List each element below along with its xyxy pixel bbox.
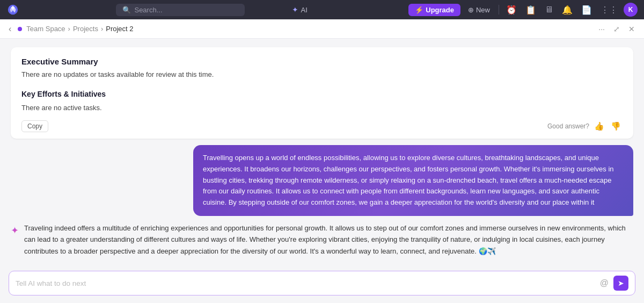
plus-circle-icon: ⊕ (468, 6, 474, 14)
search-box[interactable]: 🔍 Search... (116, 4, 245, 16)
breadcrumb-projects: Projects (73, 25, 98, 33)
new-button[interactable]: ⊕ New (464, 4, 494, 16)
executive-summary-text: There are no updates or tasks available … (21, 69, 623, 80)
breadcrumb-sep2: › (101, 25, 103, 33)
grid-icon-button[interactable]: ⋮⋮ (598, 3, 620, 17)
topbar-search-area: 🔍 Search... ✦ AI (24, 3, 404, 16)
breadcrumb-sep1: › (68, 25, 70, 33)
ai-button[interactable]: ✦ AI (288, 3, 311, 16)
ai-response-block: Executive Summary There are no updates o… (11, 47, 633, 139)
app-logo[interactable] (6, 3, 19, 16)
at-icon-button[interactable]: @ (598, 277, 610, 289)
input-wrap: @ ➤ (9, 271, 635, 295)
search-icon: 🔍 (122, 6, 131, 14)
key-efforts-title: Key Efforts & Initiatives (21, 90, 623, 98)
bell-icon-button[interactable]: 🔔 (559, 3, 575, 17)
close-button[interactable]: ✕ (626, 23, 638, 35)
search-placeholder: Search... (134, 6, 162, 14)
ai-response-footer: Copy Good answer? 👍 👎 (21, 120, 623, 132)
breadcrumb: Team Space › Projects › Project 2 (26, 25, 133, 33)
copy-button[interactable]: Copy (21, 120, 48, 132)
topbar-right: ⚡ Upgrade ⊕ New ⏰ 📋 🖥 🔔 📄 ⋮⋮ K (408, 3, 638, 17)
user-avatar[interactable]: K (624, 3, 638, 17)
monitor-icon-button[interactable]: 🖥 (542, 3, 556, 17)
send-button[interactable]: ➤ (613, 276, 628, 291)
upgrade-icon: ⚡ (415, 6, 423, 14)
ai-reply-text: Traveling indeed offers a multitude of e… (24, 222, 633, 257)
more-options-button[interactable]: ··· (596, 23, 608, 35)
ai-sparkle-icon: ✦ (11, 225, 19, 236)
breadcrumb-dot (18, 27, 22, 31)
upgrade-label: Upgrade (426, 6, 454, 14)
user-message-bubble: Travelling opens up a world of endless p… (193, 145, 633, 216)
expand-button[interactable]: ⤢ (611, 23, 623, 35)
back-button[interactable]: ‹ (6, 23, 13, 35)
divider (499, 5, 499, 15)
no-active-tasks-text: There are no active tasks. (21, 103, 623, 113)
doc2-icon-button[interactable]: 📄 (579, 3, 595, 17)
good-answer-label: Good answer? (547, 122, 589, 130)
ai-reply-row: ✦ Traveling indeed offers a multitude of… (11, 222, 633, 257)
ai-label: AI (301, 6, 307, 14)
thumbs-down-button[interactable]: 👎 (609, 120, 623, 132)
thumbs-up-button[interactable]: 👍 (592, 120, 606, 132)
clock-icon-button[interactable]: ⏰ (503, 3, 519, 17)
chat-area: Executive Summary There are no updates o… (0, 39, 644, 266)
breadcrumb-actions: ··· ⤢ ✕ (596, 23, 638, 35)
upgrade-button[interactable]: ⚡ Upgrade (408, 4, 460, 16)
breadcrumb-project: Project 2 (106, 25, 133, 33)
topbar: 🔍 Search... ✦ AI ⚡ Upgrade ⊕ New ⏰ 📋 🖥 🔔… (0, 0, 644, 19)
new-label: New (476, 6, 490, 14)
ai-input-field[interactable] (16, 279, 598, 287)
input-icons: @ ➤ (598, 276, 628, 291)
main-content: Executive Summary There are no updates o… (0, 39, 644, 303)
breadcrumb-bar: ‹ Team Space › Projects › Project 2 ··· … (0, 19, 644, 39)
send-icon: ➤ (618, 279, 624, 287)
doc-icon-button[interactable]: 📋 (523, 3, 539, 17)
executive-summary-title: Executive Summary (21, 57, 623, 66)
input-bar: @ ➤ (0, 266, 644, 303)
sparkle-icon: ✦ (292, 5, 298, 14)
breadcrumb-team-space: Team Space (26, 25, 65, 33)
user-message-wrap: Travelling opens up a world of endless p… (11, 145, 633, 216)
good-answer-area: Good answer? 👍 👎 (547, 120, 623, 132)
